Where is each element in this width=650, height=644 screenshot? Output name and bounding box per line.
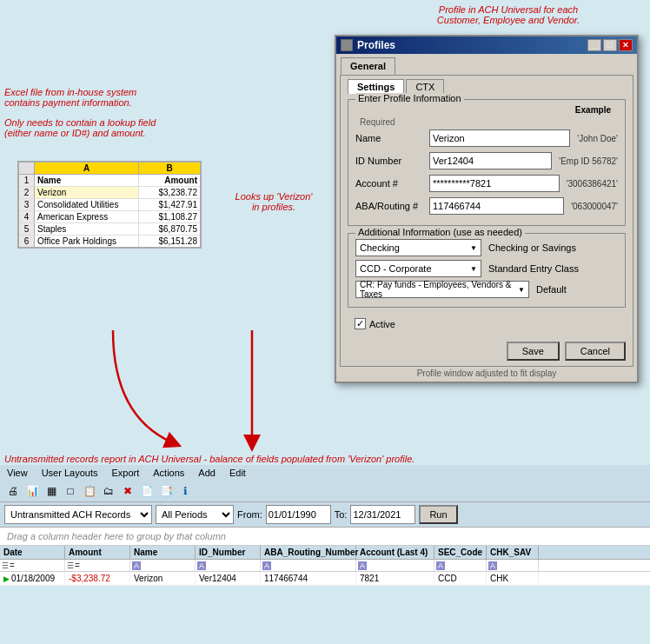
col-id: ID_Number <box>196 546 261 559</box>
pages-icon[interactable]: 📑 <box>157 482 175 500</box>
filter-account-icon: A <box>358 561 367 570</box>
cancel-button[interactable]: Cancel <box>565 342 626 361</box>
filter-chk-icon: A <box>488 561 497 570</box>
subtab-ctx[interactable]: CTX <box>406 79 444 94</box>
menu-bar: View User Layouts Export Actions Add Edi… <box>0 465 650 481</box>
dialog-title: Profiles <box>357 39 395 51</box>
cell-aba: 117466744 <box>261 572 356 585</box>
tab-general[interactable]: General <box>341 57 395 75</box>
minimize-button[interactable]: _ <box>587 39 601 51</box>
doc-icon[interactable]: 📄 <box>138 482 156 500</box>
cell-amount: -$3,238.72 <box>65 572 130 585</box>
excel-table: A B 1 Name Amount 2 Verizon $3,238.72 3 … <box>17 161 202 249</box>
cr-dropdown[interactable]: CR: Pay funds - Employees, Vendors & Tax… <box>355 281 529 298</box>
menu-add[interactable]: Add <box>196 467 218 479</box>
dialog-body: Enter Profile Information Example Requir… <box>341 94 633 338</box>
delete-icon[interactable]: ✖ <box>119 482 136 500</box>
checking-arrow: ▼ <box>470 244 477 252</box>
id-input[interactable] <box>429 152 552 169</box>
chart-icon[interactable]: 📊 <box>23 482 41 500</box>
additional-group-label: Additional Information (use as needed) <box>355 227 525 237</box>
folder-icon[interactable]: 🗂 <box>100 482 117 500</box>
dialog-icon <box>341 39 353 51</box>
ccd-dropdown[interactable]: CCD - Corporate ▼ <box>355 260 481 277</box>
annotation-top-right: Profile in ACH Universal for eachCustome… <box>382 4 634 25</box>
filter-id[interactable]: A <box>196 560 261 571</box>
filter-aba-icon: A <box>262 561 271 570</box>
column-drag-hint: Drag a column header here to group by th… <box>0 528 650 546</box>
name-row: Name 'John Doe' <box>355 129 618 147</box>
grid-icon[interactable]: ▦ <box>43 482 60 500</box>
menu-view[interactable]: View <box>4 467 30 479</box>
excel-corner <box>19 163 35 174</box>
close-button[interactable]: ✕ <box>619 39 633 51</box>
filter-sec[interactable]: A <box>434 560 487 571</box>
checking-label: Checking or Savings <box>488 242 576 253</box>
excel-cell-amount: Amount <box>139 175 200 186</box>
cell-date: ▶ 01/18/2009 <box>0 572 65 585</box>
excel-idx: 1 <box>19 175 35 186</box>
window-icon[interactable]: □ <box>62 482 79 500</box>
info-icon[interactable]: ℹ <box>176 482 194 500</box>
ccd-row: CCD - Corporate ▼ Standard Entry Class <box>355 260 618 277</box>
profile-note: Profile window adjusted to fit display <box>336 367 637 382</box>
filter-icon-date: ☰ <box>2 561 9 570</box>
table-filter-row: ☰ = ☰ = A A A A A A <box>0 560 650 572</box>
excel-cell-name: Name <box>35 175 139 186</box>
ccd-label: Standard Entry Class <box>488 263 579 274</box>
record-type-select[interactable]: Untransmitted ACH Records <box>4 505 152 524</box>
col-account: Account (Last 4) <box>356 546 434 559</box>
col-aba: ABA_Routing_Number <box>261 546 356 559</box>
run-button[interactable]: Run <box>419 505 457 524</box>
filter-icon-amount: ☰ <box>67 561 74 570</box>
cr-label: Default <box>536 284 567 295</box>
excel-row-1: 1 Name Amount <box>19 175 200 187</box>
from-date[interactable] <box>266 505 331 524</box>
annotation-excel-2: Only needs to contain a lookup field (ei… <box>4 117 204 138</box>
subtab-settings[interactable]: Settings <box>348 79 404 94</box>
account-input[interactable] <box>429 175 560 192</box>
active-checkbox[interactable]: ✓ <box>355 318 366 329</box>
menu-edit[interactable]: Edit <box>227 467 249 479</box>
print-icon[interactable]: 🖨 <box>4 482 22 500</box>
filter-sec-icon: A <box>436 561 445 570</box>
filter-name-icon: A <box>132 561 141 570</box>
account-row: Account # '3006386421' <box>355 175 618 192</box>
copy-icon[interactable]: 📋 <box>81 482 98 500</box>
id-label: ID Number <box>355 156 429 166</box>
menu-user-layouts[interactable]: User Layouts <box>39 467 101 479</box>
filter-aba[interactable]: A <box>261 560 356 571</box>
save-button[interactable]: Save <box>507 342 560 361</box>
col-amount: Amount <box>65 546 130 559</box>
excel-row-2: 2 Verizon $3,238.72 <box>19 187 200 199</box>
additional-group: Additional Information (use as needed) C… <box>348 233 626 308</box>
checking-dropdown[interactable]: Checking ▼ <box>355 239 481 256</box>
menu-actions[interactable]: Actions <box>150 467 187 479</box>
to-date[interactable] <box>350 505 415 524</box>
excel-row-3: 3 Consolidated Utilities $1,427.91 <box>19 199 200 211</box>
col-date: Date <box>0 546 65 559</box>
aba-example: '063000047' <box>571 202 618 211</box>
cell-id: Ver12404 <box>196 572 261 585</box>
filter-date[interactable]: ☰ = <box>0 560 65 571</box>
subtabs: Settings CTX <box>341 76 633 94</box>
filter-name[interactable]: A <box>130 560 196 571</box>
maximize-button[interactable]: □ <box>603 39 617 51</box>
filter-account[interactable]: A <box>356 560 434 571</box>
menu-export[interactable]: Export <box>109 467 142 479</box>
col-chk: CHK_SAV <box>487 546 539 559</box>
aba-input[interactable] <box>429 197 564 215</box>
name-input[interactable] <box>429 129 570 147</box>
name-label: Name <box>355 133 429 143</box>
filter-amount[interactable]: ☰ = <box>65 560 130 571</box>
aba-label: ABA/Routing # <box>355 201 429 211</box>
from-label: From: <box>237 509 262 520</box>
cell-account: 7821 <box>356 572 434 585</box>
excel-row-6: 6 Office Park Holdings $6,151.28 <box>19 236 200 247</box>
account-example: '3006386421' <box>567 179 618 189</box>
period-select[interactable]: All Periods <box>156 505 234 524</box>
dialog-footer: Save Cancel <box>341 338 633 366</box>
filter-chk[interactable]: A <box>487 560 539 571</box>
icon-toolbar: 🖨 📊 ▦ □ 📋 🗂 ✖ 📄 📑 ℹ <box>0 481 650 502</box>
ccd-arrow: ▼ <box>470 265 477 273</box>
